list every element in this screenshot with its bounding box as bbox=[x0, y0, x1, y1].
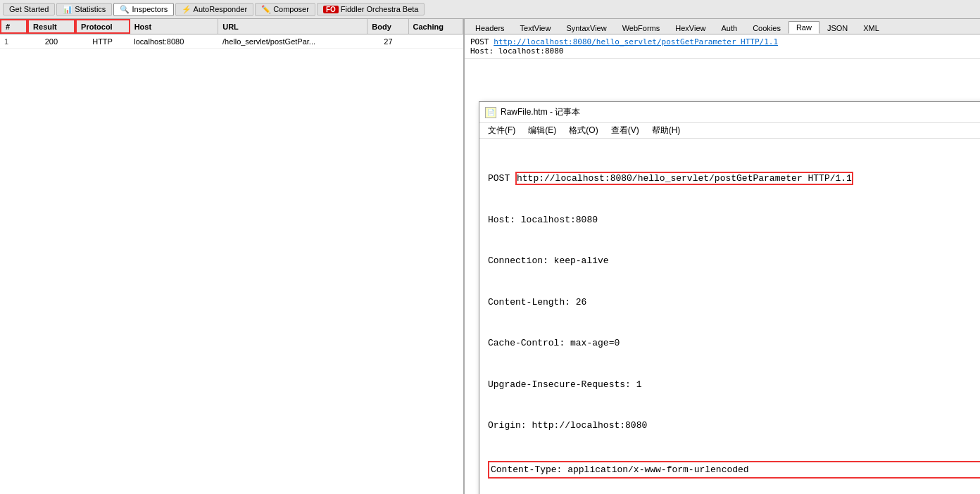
request-url[interactable]: http://localhost:8080/hello_servlet/post… bbox=[494, 37, 778, 46]
url-bar: POST http://localhost:8080/hello_servlet… bbox=[465, 34, 980, 59]
host-label: Host: bbox=[470, 46, 494, 56]
cell-host: localhost:8080 bbox=[130, 37, 218, 46]
table-row[interactable]: 1 200 HTTP localhost:8080 /hello_servlet… bbox=[0, 34, 463, 49]
tab-headers[interactable]: Headers bbox=[467, 22, 513, 34]
composer-icon: ✏️ bbox=[261, 5, 271, 13]
tab-hexview[interactable]: HexView bbox=[667, 22, 713, 34]
content-line-8-highlighted: Content-Type: application/x-www-form-url… bbox=[488, 461, 980, 479]
content-line-2: Host: localhost:8080 bbox=[488, 213, 980, 227]
fo-badge: FO bbox=[323, 6, 339, 13]
cell-result: 200 bbox=[27, 37, 75, 46]
col-header-body[interactable]: Body bbox=[367, 19, 408, 34]
statistics-tab[interactable]: 📊 Statistics bbox=[56, 3, 112, 16]
notepad-title: RawFile.htm - 记事本 bbox=[501, 106, 580, 118]
fiddler-window: Get Started 📊 Statistics 🔍 Inspectors ⚡ … bbox=[0, 0, 980, 494]
host-value: localhost:8080 bbox=[498, 46, 564, 56]
top-toolbar: Get Started 📊 Statistics 🔍 Inspectors ⚡ … bbox=[0, 0, 980, 19]
inspector-icon: 🔍 bbox=[120, 5, 130, 13]
content-area: 📄 RawFile.htm - 记事本 — □ ✕ 文件(F) 编辑(E) 格式… bbox=[465, 59, 980, 494]
cell-body: 27 bbox=[367, 37, 408, 46]
menu-view[interactable]: 查看(V) bbox=[605, 123, 645, 138]
menu-edit[interactable]: 编辑(E) bbox=[522, 123, 562, 138]
tab-textview[interactable]: TextView bbox=[513, 22, 559, 34]
menu-help[interactable]: 帮助(H) bbox=[646, 123, 686, 138]
session-number: 1 bbox=[4, 37, 8, 46]
inspector-tabs: Headers TextView SyntaxView WebForms Hex… bbox=[465, 19, 980, 34]
col-header-host[interactable]: Host bbox=[130, 19, 219, 34]
get-started-tab[interactable]: Get Started bbox=[3, 3, 55, 15]
autoresponder-icon: ⚡ bbox=[182, 5, 191, 13]
statistics-icon: 📊 bbox=[63, 5, 73, 13]
main-area: # Result Protocol Host URL Body Caching … bbox=[0, 19, 980, 494]
tab-json[interactable]: JSON bbox=[819, 22, 855, 34]
col-header-result[interactable]: Result bbox=[27, 19, 75, 34]
col-header-protocol[interactable]: Protocol bbox=[75, 19, 130, 34]
menu-format[interactable]: 格式(O) bbox=[563, 123, 603, 138]
right-pane: Headers TextView SyntaxView WebForms Hex… bbox=[465, 19, 980, 494]
col-header-hash[interactable]: # bbox=[0, 19, 27, 34]
cell-hash: 1 bbox=[0, 37, 27, 46]
request-method: POST bbox=[470, 37, 489, 46]
menu-file[interactable]: 文件(F) bbox=[482, 123, 521, 138]
notepad-content: POST http://localhost:8080/hello_servlet… bbox=[479, 139, 980, 494]
col-header-url[interactable]: URL bbox=[218, 19, 367, 34]
sessions-pane: # Result Protocol Host URL Body Caching … bbox=[0, 19, 465, 494]
composer-tab[interactable]: ✏️ Composer bbox=[255, 3, 315, 16]
notepad-file-icon: 📄 bbox=[485, 107, 496, 118]
tab-cookies[interactable]: Cookies bbox=[745, 22, 789, 34]
tab-xml[interactable]: XML bbox=[855, 22, 887, 34]
content-line-4: Content-Length: 26 bbox=[488, 296, 980, 310]
content-method: POST bbox=[488, 173, 515, 184]
content-line-1: POST http://localhost:8080/hello_servlet… bbox=[488, 172, 980, 186]
col-header-caching[interactable]: Caching bbox=[409, 19, 463, 34]
content-line-5: Cache-Control: max-age=0 bbox=[488, 336, 980, 350]
notepad-window: 📄 RawFile.htm - 记事本 — □ ✕ 文件(F) 编辑(E) 格式… bbox=[479, 101, 980, 494]
tab-auth[interactable]: Auth bbox=[714, 22, 746, 34]
tab-raw[interactable]: Raw bbox=[789, 21, 819, 34]
notepad-title-area: 📄 RawFile.htm - 记事本 bbox=[485, 106, 580, 118]
content-url-highlighted: http://localhost:8080/hello_servlet/post… bbox=[515, 172, 853, 185]
tab-syntaxview[interactable]: SyntaxView bbox=[558, 22, 614, 34]
tab-webforms[interactable]: WebForms bbox=[615, 22, 668, 34]
content-line-3: Connection: keep-alive bbox=[488, 254, 980, 268]
content-line-7: Origin: http://localhost:8080 bbox=[488, 419, 980, 433]
inspectors-tab[interactable]: 🔍 Inspectors bbox=[113, 3, 174, 16]
cell-protocol: HTTP bbox=[75, 37, 130, 46]
autoresponder-tab[interactable]: ⚡ AutoResponder bbox=[175, 3, 253, 16]
cell-url: /hello_servlet/postGetPar... bbox=[218, 37, 367, 46]
sessions-header: # Result Protocol Host URL Body Caching bbox=[0, 19, 463, 34]
notepad-menu: 文件(F) 编辑(E) 格式(O) 查看(V) 帮助(H) bbox=[479, 123, 980, 139]
fiddler-orchestra-tab[interactable]: FO Fiddler Orchestra Beta bbox=[317, 3, 425, 15]
notepad-titlebar: 📄 RawFile.htm - 记事本 — □ ✕ bbox=[479, 102, 980, 123]
content-line-6: Upgrade-Insecure-Requests: 1 bbox=[488, 378, 980, 392]
